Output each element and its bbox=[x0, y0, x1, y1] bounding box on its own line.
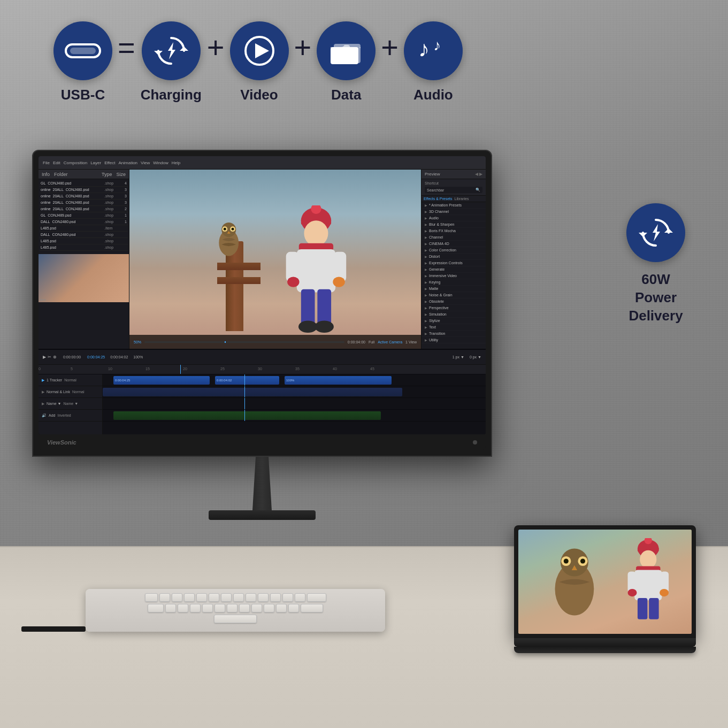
feature-data: Data bbox=[317, 21, 376, 103]
key-caps bbox=[148, 604, 164, 612]
effect-generate[interactable]: Generate bbox=[422, 266, 486, 273]
file-item[interactable]: online_20ALL_CONJ480.psd .shop 3 bbox=[40, 200, 128, 206]
track-area: 0:00:04:25 0:00:04:02 100% bbox=[103, 374, 486, 434]
laptop-keyboard-area bbox=[514, 647, 696, 653]
keyboard-keys bbox=[86, 589, 385, 627]
key-e bbox=[184, 593, 195, 602]
time-40: 40 bbox=[333, 367, 337, 371]
in-point: 0:00:04:25 bbox=[87, 355, 105, 359]
libraries-tab[interactable]: Libraries bbox=[455, 197, 469, 201]
file-item[interactable]: L485.psd .shop bbox=[40, 244, 128, 251]
preview-tab[interactable]: Preview bbox=[425, 172, 440, 177]
power-delivery-feature: 60W Power Delivery bbox=[626, 203, 685, 325]
clip-a1-1[interactable] bbox=[113, 411, 381, 420]
menu-edit[interactable]: Edit bbox=[53, 160, 60, 165]
effect-stylize[interactable]: Stylize bbox=[422, 318, 486, 324]
file-item[interactable]: GL_CONJ480.psd .shop 4 bbox=[40, 180, 128, 187]
key-t bbox=[209, 593, 219, 602]
effect-blur[interactable]: Blur & Sharpen bbox=[422, 221, 486, 228]
effect-utility[interactable]: Utility bbox=[422, 337, 486, 343]
file-item[interactable]: online_20ALL_CONJ480.psd .shop 3 bbox=[40, 193, 128, 200]
menu-effect[interactable]: Effect bbox=[104, 160, 115, 165]
key-y bbox=[221, 593, 232, 602]
key-g bbox=[214, 604, 225, 612]
monitor-frame: File Edit Composition Layer Effect Anima… bbox=[32, 150, 492, 457]
effect-expression[interactable]: Expression Controls bbox=[422, 260, 486, 266]
features-icons-bar: USB-C = Charging + Video bbox=[53, 21, 675, 103]
power-delivery-label: 60W Power Delivery bbox=[629, 271, 683, 325]
menu-view[interactable]: View bbox=[141, 160, 150, 165]
track-v1-row: 0:00:04:25 0:00:04:02 100% bbox=[103, 374, 486, 386]
file-item[interactable]: GL_CONJ489.psd .shop 1 bbox=[40, 212, 128, 219]
menu-layer[interactable]: Layer bbox=[90, 160, 101, 165]
effect-3d-channel[interactable]: 3D Channel bbox=[422, 209, 486, 215]
effect-boris[interactable]: Boris FX Mocha bbox=[422, 228, 486, 234]
effect-immersive[interactable]: Immersive Video bbox=[422, 273, 486, 279]
effect-channel[interactable]: Channel bbox=[422, 234, 486, 241]
tool-zoom[interactable]: ⊕ bbox=[53, 355, 57, 359]
menu-composition[interactable]: Composition bbox=[64, 160, 87, 165]
file-item[interactable]: online_20ALL_CONJ480.psd .shop 2 bbox=[40, 206, 128, 212]
scrub-bar[interactable] bbox=[144, 341, 344, 343]
key-p bbox=[270, 593, 281, 602]
file-item[interactable]: online_20ALL_CONJ480.psd .shop 3 bbox=[40, 187, 128, 193]
effect-perspective[interactable]: Perspective bbox=[422, 305, 486, 311]
time-35: 35 bbox=[295, 367, 300, 371]
key-r bbox=[196, 593, 207, 602]
searchbar[interactable]: Searchbar 🔍 bbox=[425, 187, 482, 193]
effect-noise[interactable]: Noise & Grain bbox=[422, 292, 486, 298]
effect-simulation[interactable]: Simulation bbox=[422, 311, 486, 318]
video-icon bbox=[242, 34, 277, 68]
effect-transition[interactable]: Transition bbox=[422, 331, 486, 337]
monitor-base bbox=[209, 510, 316, 520]
menu-animation[interactable]: Animation bbox=[118, 160, 137, 165]
file-item[interactable]: DALL_CONJ480.psd .shop bbox=[40, 232, 128, 238]
key-q bbox=[159, 593, 170, 602]
svg-text:♪: ♪ bbox=[418, 37, 430, 62]
view-label: 1 View bbox=[405, 340, 417, 344]
file-item[interactable]: DALL_CONJ480.psd .shop 1 bbox=[40, 219, 128, 225]
clip-v1-3[interactable]: 100% bbox=[285, 376, 392, 385]
key-backspace bbox=[307, 593, 326, 602]
playhead-v1 bbox=[244, 374, 245, 386]
menu-help[interactable]: Help bbox=[172, 160, 180, 165]
video-icon-circle bbox=[230, 21, 289, 80]
usb-c-icon bbox=[64, 41, 102, 60]
key-bracket-l bbox=[282, 593, 293, 602]
file-item[interactable]: L485.psd .shop bbox=[40, 238, 128, 244]
effect-obsolete[interactable]: Obsolete bbox=[422, 298, 486, 305]
effect-keying[interactable]: Keying bbox=[422, 279, 486, 286]
effect-matte[interactable]: Matte bbox=[422, 286, 486, 292]
file-item[interactable]: L485.psd .Item bbox=[40, 225, 128, 232]
effect-cinema4d[interactable]: CINEMA 4D bbox=[422, 241, 486, 247]
effect-animation-presets[interactable]: * Animation Presets bbox=[422, 202, 486, 209]
key-semi bbox=[276, 604, 287, 612]
clip-v1-1[interactable]: 0:00:04:25 bbox=[113, 376, 210, 385]
key-j bbox=[239, 604, 250, 612]
menu-window[interactable]: Window bbox=[153, 160, 168, 165]
effects-presets-tab[interactable]: Effects & Presets bbox=[424, 197, 453, 201]
effect-distort[interactable]: Distort bbox=[422, 254, 486, 260]
wooden-plank bbox=[217, 263, 261, 270]
power-button[interactable] bbox=[473, 440, 477, 445]
svg-point-25 bbox=[287, 277, 300, 287]
clip-v2-1[interactable] bbox=[103, 388, 402, 396]
effect-audio[interactable]: Audio bbox=[422, 215, 486, 221]
tool-razor[interactable]: ✂ bbox=[48, 355, 51, 359]
key-enter bbox=[301, 604, 323, 612]
effect-text[interactable]: Text bbox=[422, 324, 486, 331]
key-row-3 bbox=[90, 615, 381, 623]
tool-select[interactable]: ▶ bbox=[43, 355, 46, 359]
out-point: 0:00:04:02 bbox=[110, 355, 128, 359]
duration: 100% bbox=[133, 355, 143, 359]
effect-color[interactable]: Color Correction bbox=[422, 247, 486, 254]
track-v2-row bbox=[103, 386, 486, 398]
project-tab[interactable]: Info bbox=[42, 172, 50, 177]
playhead-indicator[interactable] bbox=[180, 365, 181, 374]
menu-file[interactable]: File bbox=[43, 160, 50, 165]
track-v3-name: Name ▼ bbox=[47, 402, 62, 405]
zoom-control[interactable]: 1 px ▼ bbox=[453, 355, 464, 359]
project-panel-header: Info Folder Type Size bbox=[39, 170, 129, 179]
charging-label: Charging bbox=[141, 87, 202, 103]
clip-v1-2[interactable]: 0:00:04:02 bbox=[215, 376, 279, 385]
